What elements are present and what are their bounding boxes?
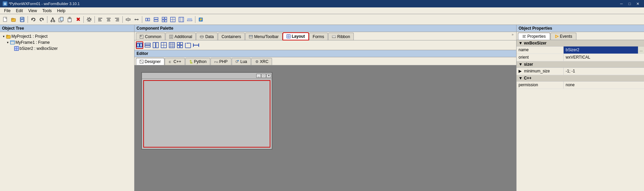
tree-toggle-frame[interactable]: ▼: [6, 41, 9, 44]
tab-properties[interactable]: Properties: [518, 33, 550, 40]
data-tab-icon: [200, 35, 204, 39]
layout-btn-4[interactable]: [169, 15, 177, 24]
php-icon: PHP: [214, 60, 218, 64]
tab-python[interactable]: 🐍 Python: [185, 58, 210, 65]
settings-button[interactable]: [85, 15, 93, 24]
tool-gridbag-sizer[interactable]: [176, 41, 184, 49]
palette-header: Component Palette: [135, 25, 516, 32]
svg-rect-80: [153, 42, 155, 48]
tree-item-project[interactable]: ▼ MyProject1 : Project: [1, 33, 133, 39]
svg-marker-111: [556, 35, 558, 38]
align-c-button[interactable]: [105, 15, 113, 24]
frame-minimize-btn[interactable]: _: [256, 74, 261, 78]
minimize-button[interactable]: ─: [618, 1, 625, 7]
tab-additional[interactable]: Additional: [165, 33, 196, 40]
open-button[interactable]: [10, 15, 18, 24]
tree-item-sizer[interactable]: ▷ bSizer2 : wxBoxSizer: [9, 45, 133, 52]
save-button[interactable]: [18, 15, 26, 24]
delete-button[interactable]: ✖: [74, 15, 82, 24]
cut-button[interactable]: [49, 15, 57, 24]
title-bar-left: w *PythonWXForm01 - wxFormBuilder 3.10.1: [3, 1, 80, 6]
palette-scroll-right[interactable]: »: [510, 33, 515, 40]
section-cpp[interactable]: ▼ C++: [517, 75, 644, 82]
close-button[interactable]: ✕: [634, 1, 641, 7]
frame-close-btn[interactable]: ✕: [266, 74, 271, 78]
tool-box-sizer-v[interactable]: [152, 41, 159, 49]
tree-item-frame[interactable]: ▼ MyFrame1 : Frame: [5, 39, 133, 45]
tab-php[interactable]: PHP PHP: [211, 58, 231, 65]
prop-permission-value[interactable]: none: [564, 82, 644, 89]
menu-view[interactable]: View: [26, 8, 40, 14]
menu-tools[interactable]: Tools: [40, 8, 54, 14]
common-tab-icon: [140, 35, 144, 39]
props-tabs: Properties Events: [517, 32, 644, 40]
prop-name-value[interactable]: bSizer2: [564, 46, 638, 54]
svg-rect-23: [107, 18, 111, 19]
maximize-button[interactable]: □: [626, 1, 633, 7]
section-cpp-label: C++: [524, 76, 532, 81]
tab-forms[interactable]: Forms: [309, 33, 328, 40]
tool-box-sizer-h[interactable]: [136, 41, 143, 49]
expand-button[interactable]: [124, 15, 132, 24]
tree-toggle-project[interactable]: ▼: [2, 35, 5, 38]
menu-edit[interactable]: Edit: [13, 8, 26, 14]
additional-tab-icon: [169, 35, 173, 39]
layout-btn-6[interactable]: [186, 15, 194, 24]
tab-menu-label: Menu/Toolbar: [254, 34, 279, 39]
tab-xrc[interactable]: XRC: [251, 58, 272, 65]
contract-button[interactable]: [132, 15, 141, 24]
tab-menu-toolbar[interactable]: Menu/Toolbar: [245, 33, 282, 40]
tool-box-sizer-h2[interactable]: [144, 41, 151, 49]
tool-static-box-sizer[interactable]: txt: [184, 41, 192, 49]
prop-name-expand-btn[interactable]: …: [638, 46, 644, 54]
svg-rect-63: [170, 36, 172, 36]
redo-button[interactable]: [38, 15, 46, 24]
svg-rect-50: [187, 20, 192, 21]
prop-min-size-expand[interactable]: ▶: [519, 69, 522, 73]
tab-containers[interactable]: Containers: [218, 33, 245, 40]
new-button[interactable]: [1, 15, 9, 24]
tab-designer[interactable]: Designer: [136, 58, 164, 65]
tool-spacer[interactable]: [192, 41, 200, 49]
svg-rect-6: [21, 17, 23, 19]
sizer-icon: [14, 46, 19, 51]
section-sizer[interactable]: ▼ sizer: [517, 61, 644, 68]
tab-ribbon[interactable]: Ribbon: [328, 33, 354, 40]
prop-orient-value[interactable]: wxVERTICAL: [564, 54, 644, 61]
layout-btn-5[interactable]: [177, 15, 185, 24]
tab-events[interactable]: Events: [551, 33, 577, 40]
align-l-button[interactable]: [96, 15, 104, 24]
svg-rect-39: [162, 17, 164, 19]
align-r-button[interactable]: [113, 15, 121, 24]
menu-help[interactable]: Help: [54, 8, 68, 14]
layout-btn-1[interactable]: [144, 15, 152, 24]
tab-common-label: Common: [145, 34, 161, 39]
tab-common[interactable]: Common: [136, 33, 165, 40]
tab-data[interactable]: Data: [196, 33, 217, 40]
svg-marker-8: [32, 19, 33, 21]
svg-rect-109: [523, 36, 525, 37]
svg-rect-4: [11, 18, 13, 19]
svg-rect-92: [177, 45, 180, 48]
tab-cpp[interactable]: C C++: [165, 58, 185, 65]
svg-text:txt: txt: [186, 42, 188, 44]
layout-tab-icon: [287, 34, 291, 38]
tab-layout[interactable]: Layout: [283, 33, 309, 40]
svg-rect-40: [165, 17, 167, 19]
svg-rect-61: [140, 35, 142, 37]
generate-button[interactable]: ⚡: [197, 15, 205, 24]
svg-rect-93: [180, 45, 183, 48]
frame-maximize-btn[interactable]: □: [261, 74, 266, 78]
undo-button[interactable]: [29, 15, 37, 24]
layout-btn-3[interactable]: [160, 15, 168, 24]
paste-button[interactable]: [66, 15, 74, 24]
prop-min-size-value[interactable]: -1; -1: [564, 68, 644, 75]
copy-button[interactable]: [57, 15, 65, 24]
svg-rect-77: [140, 43, 142, 47]
tab-lua[interactable]: Lua: [232, 58, 251, 65]
section-wxboxsizer[interactable]: ▼ wxBoxSizer: [517, 40, 644, 46]
layout-btn-2[interactable]: [152, 15, 160, 24]
menu-file[interactable]: File: [1, 8, 13, 14]
tool-grid-sizer[interactable]: [160, 41, 167, 49]
tool-flex-grid-sizer[interactable]: [168, 41, 176, 49]
